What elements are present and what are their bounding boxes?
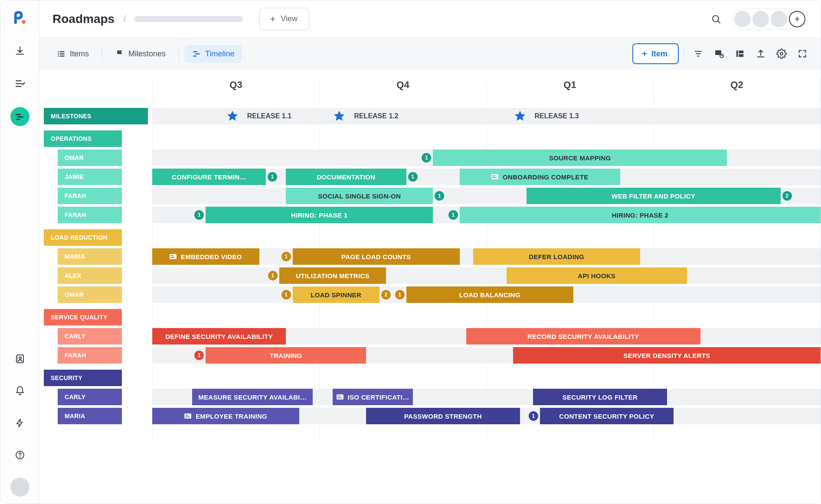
task-bar[interactable]: DEFER LOADING bbox=[473, 248, 640, 265]
filter-icon[interactable] bbox=[690, 45, 707, 62]
task-bar[interactable]: SECURITY LOG FILTER bbox=[533, 389, 667, 405]
tab-items[interactable]: Items bbox=[49, 45, 97, 63]
task-bar[interactable]: SOCIAL SINGLE SIGN-ON bbox=[286, 188, 433, 204]
card-icon bbox=[170, 254, 177, 260]
task-lane: HIRING: PHASE 11HIRING: PHASE 21 bbox=[152, 207, 821, 223]
avatar[interactable] bbox=[734, 11, 751, 27]
task-bar[interactable]: SOURCE MAPPING bbox=[433, 150, 727, 166]
task-bar[interactable]: ONBOARDING COMPLETE bbox=[460, 169, 620, 185]
owner-label[interactable]: MARIA bbox=[58, 408, 122, 424]
task-bar[interactable]: DEFINE SECURITY AVAILABILITY bbox=[152, 328, 286, 345]
dependency-chip[interactable]: 2 bbox=[782, 191, 792, 201]
bell-icon[interactable] bbox=[10, 381, 29, 400]
group-header[interactable]: LOAD REDUCTION bbox=[44, 229, 122, 246]
owner-label[interactable]: MARIA bbox=[58, 248, 122, 265]
task-bar[interactable]: LOAD SPINNER bbox=[293, 286, 379, 303]
bolt-icon[interactable] bbox=[10, 413, 29, 432]
task-bar[interactable]: CONFIGURE TERMIN… bbox=[152, 169, 266, 185]
dependency-chip[interactable]: 1 bbox=[448, 210, 458, 220]
search-icon[interactable] bbox=[708, 11, 724, 27]
dependency-chip[interactable]: 1 bbox=[268, 271, 278, 280]
owner-label[interactable]: JAMIE bbox=[58, 169, 122, 185]
columns-icon[interactable] bbox=[731, 45, 749, 62]
task-bar[interactable]: API HOOKS bbox=[507, 267, 687, 284]
dependency-chip[interactable]: 1 bbox=[529, 411, 538, 421]
task-bar[interactable]: ISO CERTIFICATI… bbox=[333, 389, 413, 405]
svg-rect-28 bbox=[337, 396, 340, 397]
group-header[interactable]: SECURITY bbox=[44, 370, 122, 386]
avatar[interactable] bbox=[752, 11, 769, 27]
export-icon[interactable] bbox=[752, 45, 769, 62]
task-bar-label: LOAD SPINNER bbox=[311, 291, 361, 299]
task-bar[interactable]: UTILIZATION METRICS bbox=[279, 267, 386, 284]
tab-milestones[interactable]: Milestones bbox=[108, 45, 173, 63]
tab-timeline[interactable]: Timeline bbox=[184, 45, 242, 63]
task-bar-label: DEFINE SECURITY AVAILABILITY bbox=[165, 333, 273, 340]
user-avatar[interactable] bbox=[10, 478, 29, 497]
dependency-chip[interactable]: 1 bbox=[422, 153, 431, 163]
task-bar[interactable]: LOAD BALANCING bbox=[406, 286, 573, 303]
owner-label[interactable]: FARAH bbox=[58, 207, 122, 223]
timeline-scroll[interactable]: Q3Q4Q1Q2 MILESTONESRELEASE 1.1RELEASE 1.… bbox=[39, 70, 821, 504]
settings-icon[interactable] bbox=[773, 45, 790, 62]
timeline-view-icon[interactable] bbox=[10, 107, 29, 126]
help-icon[interactable] bbox=[10, 445, 29, 465]
dependency-chip[interactable]: 1 bbox=[194, 210, 204, 220]
owner-label[interactable]: CARLY bbox=[58, 328, 122, 345]
tab-timeline-label: Timeline bbox=[205, 49, 234, 59]
owner-label[interactable]: FARAH bbox=[58, 188, 122, 204]
task-bar[interactable]: SERVER DENSITY ALERTS bbox=[513, 347, 821, 364]
task-lane: SOURCE MAPPING1 bbox=[152, 150, 821, 166]
dependency-chip[interactable]: 1 bbox=[281, 290, 291, 299]
dependency-chip[interactable]: 1 bbox=[395, 290, 405, 299]
group-header[interactable]: OPERATIONS bbox=[44, 130, 122, 147]
add-collaborator-button[interactable] bbox=[789, 11, 805, 27]
avatar[interactable] bbox=[771, 11, 787, 27]
task-bar[interactable]: EMPLOYEE TRAINING bbox=[152, 408, 299, 424]
dependency-chip[interactable]: 1 bbox=[194, 351, 204, 360]
task-bar-label: TRAINING bbox=[270, 352, 302, 359]
task-bar[interactable]: PASSWORD STRENGTH bbox=[366, 408, 520, 424]
task-bar[interactable]: HIRING: PHASE 1 bbox=[206, 207, 433, 223]
owner-label[interactable]: CARLY bbox=[58, 389, 122, 405]
add-view-button[interactable]: View bbox=[259, 8, 309, 30]
milestone-star-icon[interactable] bbox=[514, 110, 527, 123]
svg-rect-11 bbox=[60, 55, 65, 57]
fullscreen-icon[interactable] bbox=[794, 45, 811, 62]
sidebar-rail bbox=[0, 0, 39, 504]
dependency-chip[interactable]: 1 bbox=[435, 191, 444, 201]
list-check-icon[interactable] bbox=[10, 74, 29, 93]
task-bar[interactable]: DOCUMENTATION bbox=[286, 169, 406, 185]
task-bar[interactable]: HIRING: PHASE 2 bbox=[460, 207, 821, 223]
task-bar[interactable]: EMBEDDED VIDEO bbox=[152, 248, 259, 265]
svg-rect-7 bbox=[58, 53, 59, 55]
link-card-icon[interactable] bbox=[710, 45, 728, 62]
owner-label[interactable]: OMAR bbox=[58, 150, 122, 166]
task-bar-label: DOCUMENTATION bbox=[317, 173, 375, 181]
owner-label[interactable]: ALEX bbox=[58, 267, 122, 284]
milestone-star-icon[interactable] bbox=[226, 110, 239, 123]
task-bar[interactable]: TRAINING bbox=[206, 347, 366, 364]
task-bar[interactable]: MEASURE SECURITY AVAILABI… bbox=[192, 389, 312, 405]
add-item-button[interactable]: Item bbox=[632, 43, 679, 64]
owner-label[interactable]: OMAR bbox=[58, 286, 122, 303]
address-book-icon[interactable] bbox=[10, 349, 29, 368]
milestone-star-icon[interactable] bbox=[333, 110, 346, 123]
task-bar[interactable]: RECORD SECURITY AVAILABILITY bbox=[466, 328, 700, 345]
svg-point-4 bbox=[20, 457, 20, 457]
task-lane: TRAINING1SERVER DENSITY ALERTS bbox=[152, 347, 821, 364]
task-bar[interactable]: CONTENT SECURITY POLICY bbox=[540, 408, 674, 424]
task-lane: SOCIAL SINGLE SIGN-ON1WEB FILTER AND POL… bbox=[152, 188, 821, 204]
task-lane: EMBEDDED VIDEOPAGE LOAD COUNTS1DEFER LOA… bbox=[152, 248, 821, 265]
dependency-chip[interactable]: 1 bbox=[408, 172, 418, 182]
dependency-chip[interactable]: 1 bbox=[268, 172, 277, 182]
svg-rect-8 bbox=[58, 55, 59, 57]
dependency-chip[interactable]: 1 bbox=[281, 252, 291, 261]
group-header[interactable]: SERVICE QUALITY bbox=[44, 309, 122, 325]
owner-label[interactable]: FARAH bbox=[58, 347, 122, 364]
svg-rect-13 bbox=[195, 53, 200, 55]
dependency-chip[interactable]: 2 bbox=[381, 290, 391, 299]
download-icon[interactable] bbox=[10, 41, 29, 60]
task-bar[interactable]: WEB FILTER AND POLICY bbox=[527, 188, 781, 204]
task-bar[interactable]: PAGE LOAD COUNTS bbox=[293, 248, 460, 265]
